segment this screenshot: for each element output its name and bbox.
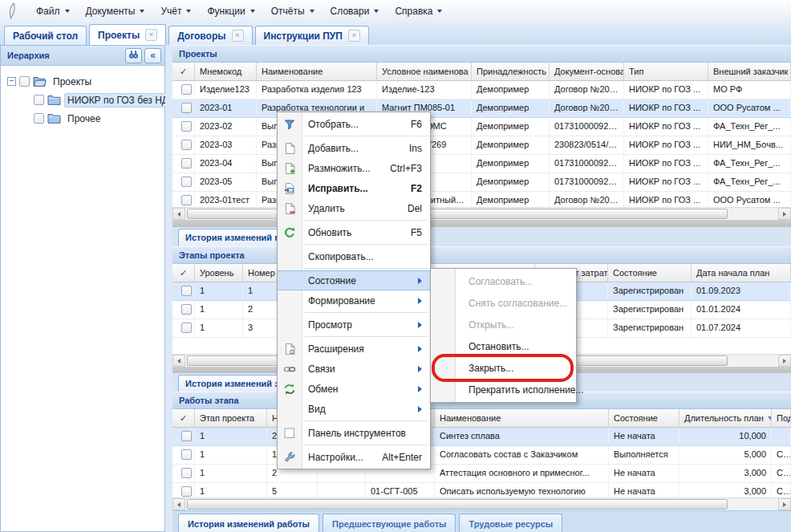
row-checkbox[interactable] [181, 84, 192, 95]
column-header[interactable]: Принадлежность [472, 63, 550, 80]
column-header[interactable]: Состояние [609, 409, 679, 427]
menu-item[interactable]: Добавить...Ins [278, 138, 430, 158]
column-header[interactable]: Мнемокод [195, 63, 257, 80]
tab[interactable]: Предшествующие работы [322, 514, 456, 532]
menu-item[interactable]: Отобрать...F6 [278, 114, 430, 134]
column-header[interactable]: Условное наименова [377, 63, 472, 80]
table-row[interactable]: 1501-СГТ-005Описать используемую техноло… [172, 483, 791, 497]
tab[interactable]: Инструкции ПУП× [255, 26, 369, 45]
table-row[interactable]: 2023-05Выполнение СЧ НИОКРДемопример0173… [172, 173, 791, 192]
scrollbar-thumb[interactable] [187, 209, 728, 219]
column-header[interactable]: Длительность план [679, 409, 772, 427]
scrollbar-track[interactable] [185, 208, 778, 220]
menu-item[interactable]: Закрыть... [431, 357, 576, 379]
scrollbar-thumb[interactable] [187, 499, 728, 510]
menu-dictionaries[interactable]: Словари [322, 2, 387, 20]
menu-documents[interactable]: Документы [78, 2, 153, 20]
row-checkbox[interactable] [181, 177, 192, 187]
tab[interactable]: История изменений работы [178, 514, 319, 532]
menu-item[interactable]: Остановить... [431, 335, 576, 357]
tab[interactable]: Проекты× [89, 24, 166, 45]
table-row[interactable]: 12Аттестация основного и примесног...Не … [172, 465, 791, 483]
menu-file[interactable]: Файл [28, 2, 78, 20]
row-checkbox[interactable] [181, 323, 192, 333]
tree-expand-icon[interactable]: − [7, 77, 16, 86]
scroll-left-button[interactable] [172, 498, 185, 510]
tab[interactable]: Договоры× [168, 26, 252, 45]
tree-checkbox[interactable] [19, 76, 30, 87]
scroll-right-button[interactable] [778, 498, 791, 510]
menu-functions[interactable]: Функции [199, 2, 262, 20]
row-checkbox[interactable] [181, 468, 192, 478]
menu-item[interactable]: Обмен [278, 379, 430, 399]
close-icon[interactable]: × [145, 29, 157, 41]
scroll-left-button[interactable] [172, 208, 185, 220]
column-header[interactable]: Состояние [608, 264, 692, 282]
table-row[interactable]: 2023-01тестРазработка технологии иНовый … [172, 192, 791, 207]
vertical-splitter[interactable] [165, 45, 172, 532]
table-row[interactable]: 2023-01Разработка технологии иМагнит ПМ0… [172, 99, 791, 118]
column-header[interactable]: Документ-основан [550, 63, 624, 80]
scroll-right-button[interactable] [778, 208, 791, 220]
close-icon[interactable]: × [232, 30, 244, 42]
menu-item[interactable]: Настройки...Alt+Enter [278, 447, 430, 467]
table-row[interactable]: 11Согласовать состав с ЗаказчикомВыполня… [172, 446, 791, 465]
tree-checkbox[interactable] [34, 113, 44, 124]
menu-item[interactable]: Прекратить исполнение... [431, 379, 576, 400]
tree-checkbox[interactable] [34, 95, 44, 105]
menu-item[interactable]: Расширения [278, 339, 430, 359]
scroll-right-button[interactable] [778, 355, 791, 367]
menu-item[interactable]: УдалитьDel [278, 198, 430, 218]
tab[interactable]: Трудовые ресурсы [459, 514, 562, 532]
row-checkbox[interactable] [181, 195, 192, 205]
table-row[interactable]: 2023-04Выполнение СЧ НИОКРДемопример0173… [172, 155, 791, 173]
column-header[interactable]: Внешний заказчик [708, 63, 791, 80]
table-row[interactable]: Изделие123Разработка изделия 123Изделие-… [172, 81, 791, 99]
horizontal-splitter[interactable] [172, 220, 791, 227]
tree-node[interactable]: −Проекты [4, 72, 161, 91]
menu-item[interactable]: Панель инструментов [278, 423, 430, 443]
menu-item[interactable]: Скопировать... [278, 246, 430, 266]
row-checkbox[interactable] [181, 286, 192, 296]
column-header[interactable]: Уровень [195, 264, 243, 282]
menu-item[interactable]: Вид [278, 399, 430, 419]
row-checkbox[interactable] [181, 158, 192, 169]
column-header[interactable]: ✓ [172, 63, 195, 80]
table-row[interactable]: 127Синтез сплаваНе начата10,000 [172, 428, 791, 446]
close-icon[interactable]: × [348, 30, 360, 42]
menu-item[interactable]: Формирование [278, 290, 430, 311]
row-checkbox[interactable] [181, 449, 192, 460]
column-header[interactable]: ✓ [172, 409, 195, 427]
menu-accounting[interactable]: Учёт [152, 2, 199, 20]
table-row[interactable]: 2023-02Выполнение СЧ НИОКРУстановка-ЭМСД… [172, 118, 791, 136]
row-checkbox[interactable] [181, 121, 192, 132]
column-header[interactable]: Дата начала план [692, 264, 791, 282]
scrollbar-track[interactable] [185, 498, 778, 510]
column-header[interactable]: Этап проекта [195, 409, 267, 427]
menu-item[interactable]: ОбновитьF5 [278, 222, 430, 242]
table-row[interactable]: 2023-03Разработка изделияИзделие 23/269Д… [172, 136, 791, 155]
column-header[interactable]: Тип [624, 63, 708, 80]
scroll-left-button[interactable] [172, 355, 185, 367]
column-header[interactable]: ✓ [172, 264, 195, 282]
column-header[interactable]: Наименование [435, 409, 609, 427]
tree-node[interactable]: Прочее [4, 109, 161, 128]
menu-help[interactable]: Справка [387, 2, 450, 20]
column-header[interactable]: Наименование [257, 63, 377, 80]
collapse-panel-button[interactable]: « [144, 48, 161, 63]
menu-item[interactable]: Состояние [278, 270, 430, 290]
row-checkbox[interactable] [181, 140, 192, 150]
menu-item[interactable]: Связи [278, 359, 430, 379]
row-checkbox[interactable] [181, 431, 192, 441]
menu-item[interactable]: Размножить...Ctrl+F3 [278, 158, 430, 178]
menu-item[interactable]: Просмотр [278, 315, 430, 335]
menu-reports[interactable]: Отчёты [263, 2, 322, 20]
row-checkbox[interactable] [181, 304, 192, 315]
row-checkbox[interactable] [181, 103, 192, 113]
find-button[interactable] [125, 48, 142, 63]
tab[interactable]: Рабочий стол [4, 26, 87, 45]
tree-node[interactable]: НИОКР по ГОЗ без НДС [4, 91, 161, 109]
column-header[interactable]: Подразделение [772, 409, 791, 427]
menu-item[interactable]: Исправить...F2 [278, 178, 430, 198]
row-checkbox[interactable] [181, 486, 192, 497]
